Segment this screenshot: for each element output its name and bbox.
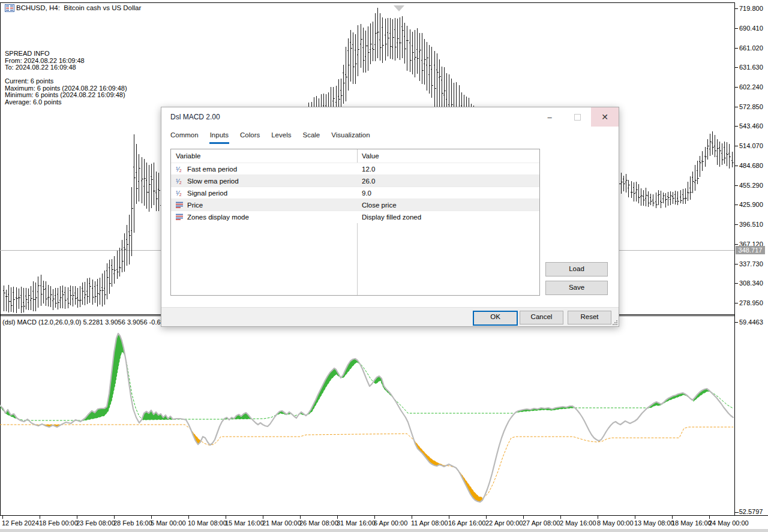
cell-value: Display filled zoned xyxy=(357,214,421,221)
time-axis-label: 11 Apr 08:00 xyxy=(411,519,448,527)
param-row-fast-ema-period[interactable]: ¹⁄₂Fast ema period12.0 xyxy=(171,163,539,175)
time-axis-label: 23 Feb 08:00 xyxy=(76,519,115,527)
price-axis-label: 337.730 xyxy=(739,260,763,267)
tab-inputs[interactable]: Inputs xyxy=(209,130,229,144)
price-axis-label: 661.020 xyxy=(739,44,763,52)
symbol-title: BCHUSD, H4: Bitcoin cash vs US Dollar xyxy=(16,4,141,11)
time-axis-label: 27 Apr 08:00 xyxy=(523,519,560,527)
time-axis-label: 18 Feb 00:00 xyxy=(39,519,78,527)
time-axis-label: 28 Feb 16:00 xyxy=(113,519,152,527)
time-axis-label: 31 Mar 16:00 xyxy=(337,519,376,527)
cancel-button[interactable]: Cancel xyxy=(520,311,563,324)
save-button[interactable]: Save xyxy=(545,281,608,295)
tab-levels[interactable]: Levels xyxy=(271,130,292,144)
price-axis-label: 572.850 xyxy=(739,103,763,110)
time-axis-label: 8 May 00:00 xyxy=(597,519,634,527)
cell-value: 12.0 xyxy=(357,166,375,173)
maximize-icon[interactable] xyxy=(563,107,591,127)
spread-info-block: SPREAD INFO From: 2024.08.22 16:09:48To:… xyxy=(5,50,127,106)
inputs-table[interactable]: VariableValue¹⁄₂Fast ema period12.0¹⁄₂Sl… xyxy=(170,149,540,296)
ok-button[interactable]: OK xyxy=(473,311,518,326)
list-icon xyxy=(176,202,185,209)
fraction-icon: ¹⁄₂ xyxy=(176,178,185,185)
tab-colors[interactable]: Colors xyxy=(239,130,260,144)
price-axis-label: 396.510 xyxy=(739,221,763,228)
dialog-footer: OK Cancel Reset xyxy=(161,307,619,326)
cell-value: 26.0 xyxy=(357,178,375,185)
cell-variable: ¹⁄₂Signal period xyxy=(171,190,357,197)
cell-value: 9.0 xyxy=(357,190,371,197)
param-row-slow-ema-period[interactable]: ¹⁄₂Slow ema period26.0 xyxy=(171,175,539,187)
cell-variable: Price xyxy=(171,202,357,209)
tab-scale[interactable]: Scale xyxy=(302,130,320,144)
window-bottom-edge xyxy=(0,529,768,532)
time-axis-label: 22 Apr 00:00 xyxy=(485,519,523,527)
current-price-badge: 348.717 xyxy=(736,246,765,254)
time-axis-label: 12 Feb 2024 xyxy=(2,519,39,527)
chart-symbol-icon xyxy=(5,4,14,12)
price-axis-label: 308.340 xyxy=(739,279,763,287)
price-axis-label: 631.630 xyxy=(739,64,763,71)
cell-variable: ¹⁄₂Fast ema period xyxy=(171,166,357,173)
price-axis-label: 484.680 xyxy=(739,162,763,169)
time-axis-label: 15 Mar 16:00 xyxy=(225,519,264,527)
spread-info-title: SPREAD INFO xyxy=(5,50,127,58)
price-axis-label: 278.950 xyxy=(739,299,763,306)
cell-variable: Zones display mode xyxy=(171,214,357,221)
cell-value: Close price xyxy=(357,202,397,209)
spread-info-line: Current: 6 points xyxy=(5,78,127,85)
dialog-tabs: CommonInputsColorsLevelsScaleVisualizati… xyxy=(170,130,371,144)
indicator-properties-dialog: Dsl MACD 2.00 – ✕ CommonInputsColorsLeve… xyxy=(161,107,619,327)
indicator-axis-label: 59.4463 xyxy=(739,318,763,326)
minimize-icon[interactable]: – xyxy=(536,107,563,127)
time-axis-label: 24 May 00:00 xyxy=(709,519,749,527)
time-axis-label: 21 Mar 00:00 xyxy=(262,519,301,527)
resize-grip[interactable] xyxy=(613,320,617,325)
cell-value: Value xyxy=(357,152,379,160)
price-axis-label: 455.290 xyxy=(739,182,763,189)
time-axis-label: 2 May 16:00 xyxy=(560,519,596,527)
param-row-price[interactable]: PriceClose price xyxy=(171,199,539,211)
reset-button[interactable]: Reset xyxy=(568,311,611,324)
spread-info-line: To: 2024.08.22 16:09:48 xyxy=(5,64,127,71)
tab-visualization[interactable]: Visualization xyxy=(331,130,370,144)
spread-info-line: Average: 6.0 points xyxy=(5,99,127,106)
time-axis-label: 16 Apr 16:00 xyxy=(448,519,485,527)
time-axis-label: 13 May 08:00 xyxy=(634,519,674,527)
cell-variable: ¹⁄₂Slow ema period xyxy=(171,178,357,185)
dialog-title: Dsl MACD 2.00 xyxy=(170,113,220,121)
fraction-icon: ¹⁄₂ xyxy=(176,166,185,173)
price-axis-label: 514.070 xyxy=(739,142,763,149)
tab-common[interactable]: Common xyxy=(170,130,199,144)
cell-variable: Variable xyxy=(171,152,357,160)
table-header-row: VariableValue xyxy=(171,149,539,163)
indicator-axis-label: -52.5797 xyxy=(737,508,763,515)
close-icon[interactable]: ✕ xyxy=(591,107,619,127)
param-row-zones-display-mode[interactable]: Zones display modeDisplay filled zoned xyxy=(171,211,539,223)
mt5-chart-window: BCHUSD, H4: Bitcoin cash vs US Dollar SP… xyxy=(0,0,768,532)
price-axis-label: 690.410 xyxy=(739,25,763,32)
price-axis-label: 719.800 xyxy=(739,5,763,12)
price-axis-label: 602.240 xyxy=(739,83,763,91)
load-button[interactable]: Load xyxy=(545,262,608,276)
fraction-icon: ¹⁄₂ xyxy=(176,190,185,197)
time-axis-label: 26 Mar 08:00 xyxy=(299,519,338,527)
time-axis-label: 5 Mar 00:00 xyxy=(151,519,186,527)
spread-info-line: Minimum: 6 points (2024.08.22 16:09:48) xyxy=(5,92,127,99)
time-axis-label: 18 May 16:00 xyxy=(671,519,712,527)
param-row-signal-period[interactable]: ¹⁄₂Signal period9.0 xyxy=(171,187,539,199)
time-axis-label: 10 Mar 08:00 xyxy=(188,519,227,527)
price-axis-label: 543.460 xyxy=(739,122,763,130)
price-axis-label: 425.900 xyxy=(739,201,763,208)
time-axis-label: 6 Apr 00:00 xyxy=(374,519,407,527)
list-icon xyxy=(176,214,185,221)
